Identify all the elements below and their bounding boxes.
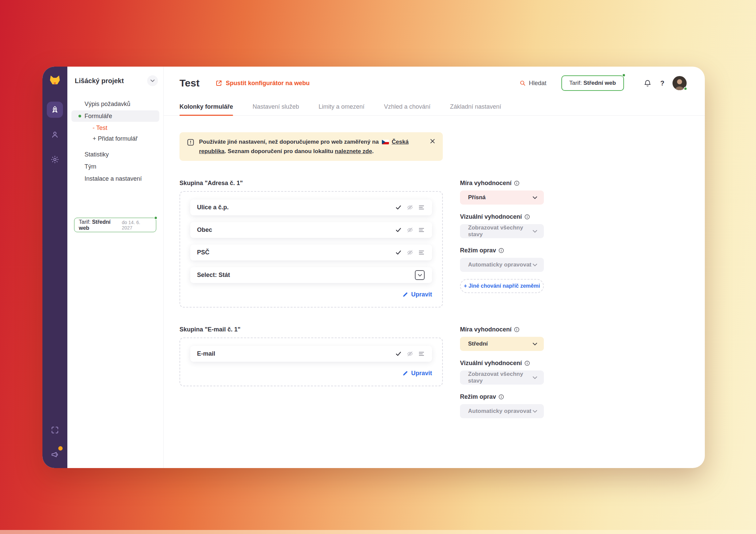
plan-until: do 14. 6. 2027 [122,220,152,230]
pencil-icon [402,292,408,297]
mira-vyhodnoceni-dropdown[interactable]: Střední [460,337,544,351]
plan-badge-header[interactable]: Tarif: Střední web [561,75,624,91]
search-button[interactable]: Hledat [519,80,547,87]
nav-gap [67,144,163,149]
megaphone-icon[interactable] [47,447,63,463]
search-icon [519,80,526,86]
scan-frame-icon[interactable] [47,422,63,438]
sidebar-item-pridat-formular[interactable]: + Přidat formulář [67,133,163,144]
list-icon[interactable] [418,351,425,357]
setting-label-rezim: Režim oprav [460,393,544,400]
check-icon [395,351,402,357]
sidebar-item-test[interactable]: - Test [67,122,163,133]
info-icon[interactable] [498,394,504,400]
field-row-ulice[interactable]: Ulice a č.p. [190,200,432,215]
setting-label-mira: Míra vyhodnocení [460,180,544,187]
external-link-icon [216,80,222,86]
plan-status-dot [622,73,626,77]
info-icon[interactable] [524,360,530,366]
eye-off-icon[interactable] [407,249,413,256]
field-row-email[interactable]: E-mail [190,346,432,362]
setting-label-rezim: Režim oprav [460,247,544,254]
app-window: Lišácký projekt Výpis požadavků Formulář… [42,67,705,468]
group-title: Skupina "Adresa č. 1" [179,180,443,187]
online-status-dot [684,87,687,91]
close-icon[interactable] [430,138,435,144]
nav-settings-gear-icon[interactable] [47,151,63,168]
eye-off-icon[interactable] [407,351,413,357]
chevron-down-icon [533,230,537,233]
chevron-down-icon [533,410,537,413]
pencil-icon [402,370,408,376]
nav-rocket-icon[interactable] [47,102,63,118]
group-adresa-settings: Míra vyhodnocení Přísná Vizuální vyhodno… [460,180,544,308]
info-icon[interactable] [524,214,530,220]
group-adresa: Skupina "Adresa č. 1" Ulice a č.p. Obec [179,180,443,308]
chevron-down-icon [533,263,537,266]
page-header: Test Spustit konfigurátor na webu Hledat… [164,67,705,91]
info-icon[interactable] [514,327,520,332]
group-title: Skupina "E-mail č. 1" [179,326,443,333]
notification-badge [58,446,63,451]
edit-group-button[interactable]: Upravit [402,291,432,298]
edit-group-button[interactable]: Upravit [402,370,432,377]
czech-flag-icon [382,138,389,147]
content-area: Používáte jiné nastavení, než doporučuje… [164,116,705,427]
tab-zakladni-nastaveni[interactable]: Základní nastavení [450,103,501,115]
sidebar-item-instalace[interactable]: Instalace a nastavení [67,173,163,184]
field-row-psc[interactable]: PSČ [190,245,432,260]
recommendations-link[interactable]: naleznete zde [335,148,372,154]
list-icon[interactable] [418,204,425,211]
vizualni-vyhodnoceni-dropdown[interactable]: Zobrazovat všechny stavy [460,224,544,238]
notifications-bell-icon[interactable] [644,79,652,87]
tab-vzhled-a-chovani[interactable]: Vzhled a chování [384,103,430,115]
field-row-select-stat[interactable]: Select: Stát [190,267,432,283]
group-fields-container: Ulice a č.p. Obec [179,191,443,308]
user-avatar[interactable] [672,76,687,90]
project-sidebar: Lišácký projekt Výpis požadavků Formulář… [67,67,164,468]
select-chevron-icon[interactable] [415,270,425,280]
rezim-oprav-dropdown[interactable]: Automaticky opravovat [460,258,544,272]
nav-users-icon[interactable] [47,127,63,143]
plan-text: Tarif: Střední web [79,219,122,231]
chevron-down-icon [533,376,537,379]
background-bottom-strip [0,530,756,534]
setting-label-vizualni: Vizuální vyhodnocení [460,213,544,220]
project-header: Lišácký projekt [67,75,163,86]
tab-limity-a-omezeni[interactable]: Limity a omezení [319,103,364,115]
chevron-down-icon [533,343,537,346]
sidebar-item-statistiky[interactable]: Statistiky [67,149,163,160]
help-button[interactable]: ? [660,79,664,87]
tab-kolonky-formulare[interactable]: Kolonky formuláře [179,103,233,115]
eye-off-icon[interactable] [407,227,413,233]
other-country-behavior-button[interactable]: + Jiné chování napříč zeměmi [460,279,544,293]
eye-off-icon[interactable] [407,204,413,211]
sidebar-item-tym[interactable]: Tým [67,161,163,172]
vizualni-vyhodnoceni-dropdown[interactable]: Zobrazovat všechny stavy [460,370,544,385]
group-email-settings: Míra vyhodnocení Střední Vizuální vyhodn… [460,326,544,427]
plan-status-dot [154,216,158,220]
check-icon [395,227,402,233]
info-icon[interactable] [498,248,504,253]
group-fields-container: E-mail Upravit [179,337,443,386]
status-dot [78,115,81,117]
setting-label-vizualni: Vizuální vyhodnocení [460,360,544,367]
sidebar-item-vypis-pozadavku[interactable]: Výpis požadavků [67,98,163,110]
list-icon[interactable] [418,227,425,233]
info-icon[interactable] [514,180,520,186]
plan-badge-sidebar[interactable]: Tarif: Střední web do 14. 6. 2027 [74,218,156,232]
foxentry-logo[interactable] [48,73,62,87]
field-row-obec[interactable]: Obec [190,222,432,238]
header-right-cluster: Hledat Tarif: Střední web ? [519,75,687,91]
list-icon[interactable] [418,249,425,256]
project-switcher-button[interactable] [147,75,158,86]
group-email: Skupina "E-mail č. 1" E-mail Upra [179,326,443,427]
alert-icon [187,139,194,146]
icon-sidebar [42,67,67,468]
tab-nastaveni-sluzeb[interactable]: Nastavení služeb [253,103,299,115]
rezim-oprav-dropdown[interactable]: Automaticky opravovat [460,404,544,418]
open-configurator-link[interactable]: Spustit konfigurátor na webu [216,80,309,87]
check-icon [395,249,402,256]
mira-vyhodnoceni-dropdown[interactable]: Přísná [460,190,544,205]
sidebar-item-formulare[interactable]: Formuláře [71,110,159,122]
